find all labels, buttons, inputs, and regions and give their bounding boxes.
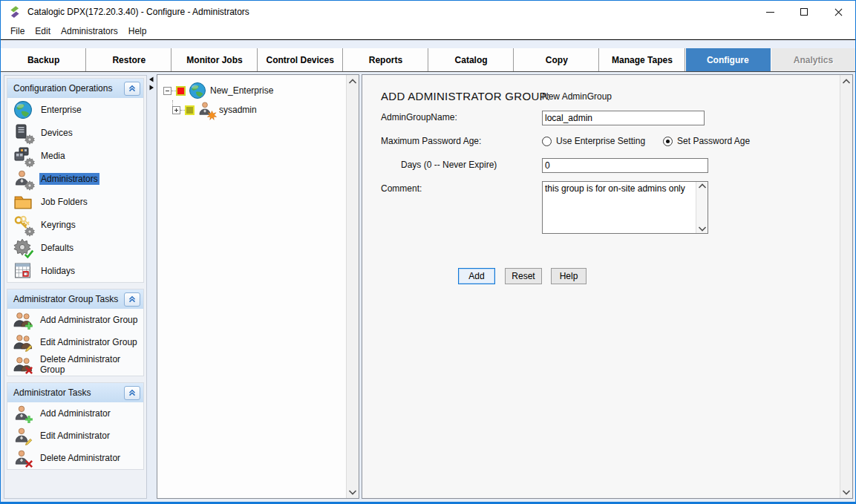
scroll-down-icon[interactable] <box>698 226 707 232</box>
reset-button[interactable]: Reset <box>505 268 542 284</box>
max-password-age-label: Maximum Password Age: <box>381 136 481 146</box>
panel-splitter[interactable] <box>148 75 156 499</box>
globe-icon <box>13 100 33 120</box>
sidebar-item-add-administrator[interactable]: Add Administrator <box>7 402 143 425</box>
group-add-icon <box>13 311 32 329</box>
tab-monitor-jobs[interactable]: Monitor Jobs <box>171 48 257 71</box>
globe-icon <box>189 82 206 99</box>
section-title: Administrator Tasks <box>13 387 91 398</box>
app-window: Catalogic DPX(172.20.3.40) - Configure -… <box>0 0 856 504</box>
section-administrator-tasks: Administrator Tasks Add Administrator Ed… <box>7 382 144 470</box>
sidebar-item-holidays[interactable]: Holidays <box>7 259 143 282</box>
scroll-down-icon[interactable] <box>347 485 359 498</box>
form-buttons: Add Reset Help <box>458 268 587 284</box>
section-title: Configuration Operations <box>13 83 112 94</box>
sidebar-item-label: Job Folders <box>39 196 89 208</box>
chevron-double-up-icon <box>128 84 137 93</box>
menu-file[interactable]: File <box>5 24 30 38</box>
tree-node-sysadmin[interactable]: sysadmin <box>163 100 359 120</box>
sidebar-item-label: Devices <box>39 127 74 139</box>
admin-edit-icon <box>13 427 32 445</box>
admin-group-name-label: AdminGroupName: <box>381 112 457 122</box>
tab-manage-tapes[interactable]: Manage Tapes <box>599 48 685 71</box>
sidebar-item-label: Delete Administrator <box>39 452 122 464</box>
admin-gear-icon <box>13 169 33 189</box>
sidebar-item-devices[interactable]: Devices <box>7 121 143 144</box>
close-icon <box>834 8 843 16</box>
sidebar-item-label: Delete Administrator Group <box>39 353 143 376</box>
scroll-up-icon[interactable] <box>698 183 707 189</box>
section-configuration-operations: Configuration Operations Enterprise Devi… <box>7 78 144 283</box>
sidebar-item-keyrings[interactable]: Keyrings <box>7 213 143 236</box>
content-area: Configuration Operations Enterprise Devi… <box>1 72 855 502</box>
tab-restore[interactable]: Restore <box>86 48 171 71</box>
add-button[interactable]: Add <box>458 268 495 284</box>
scroll-up-icon[interactable] <box>347 75 359 88</box>
maximize-button[interactable] <box>787 1 821 23</box>
minimize-button[interactable] <box>753 1 787 23</box>
tab-control-devices[interactable]: Control Devices <box>258 48 343 71</box>
use-enterprise-setting-label[interactable]: Use Enterprise Setting <box>556 136 645 146</box>
sidebar-item-enterprise[interactable]: Enterprise <box>7 98 143 121</box>
sidebar-item-label: Edit Administrator Group <box>39 336 139 348</box>
close-button[interactable] <box>821 1 855 23</box>
sidebar-item-defaults[interactable]: Defaults <box>7 236 143 259</box>
use-enterprise-setting-radio[interactable] <box>542 137 552 146</box>
tab-catalog[interactable]: Catalog <box>428 48 514 71</box>
sidebar-item-delete-administrator-group[interactable]: Delete Administrator Group <box>7 353 143 376</box>
sidebar-item-label: Edit Administrator <box>39 430 111 442</box>
menu-edit[interactable]: Edit <box>30 24 56 38</box>
tree-node-new-enterprise[interactable]: New_Enterprise <box>163 81 359 100</box>
section-administrator-group-tasks: Administrator Group Tasks Add Administra… <box>7 289 144 376</box>
admin-group-name-input[interactable] <box>542 111 705 125</box>
set-password-age-radio[interactable] <box>663 137 673 146</box>
sidebar-item-add-administrator-group[interactable]: Add Administrator Group <box>7 309 143 331</box>
collapse-section-button[interactable] <box>124 82 140 96</box>
admin-delete-icon <box>13 449 32 467</box>
tree-scrollbar[interactable] <box>346 75 359 498</box>
form-scrollbar[interactable] <box>840 75 852 498</box>
comment-label: Comment: <box>381 183 422 194</box>
maximize-icon <box>800 8 808 16</box>
sidebar: Configuration Operations Enterprise Devi… <box>4 75 147 499</box>
comment-textarea[interactable] <box>543 182 696 233</box>
collapse-left-icon[interactable] <box>148 76 154 82</box>
sidebar-item-edit-administrator[interactable]: Edit Administrator <box>7 425 143 447</box>
menu-help[interactable]: Help <box>123 24 152 38</box>
sidebar-item-edit-administrator-group[interactable]: Edit Administrator Group <box>7 331 143 353</box>
keys-gear-icon <box>13 215 33 235</box>
sidebar-item-media[interactable]: Media <box>7 144 143 167</box>
scroll-down-icon[interactable] <box>840 485 852 498</box>
expand-node-icon[interactable] <box>172 106 180 114</box>
menu-administrators[interactable]: Administrators <box>56 24 123 38</box>
sidebar-item-label: Media <box>39 150 67 162</box>
tab-reports[interactable]: Reports <box>343 48 428 71</box>
collapse-section-button[interactable] <box>124 386 140 400</box>
tab-configure[interactable]: Configure <box>685 48 771 71</box>
tab-copy[interactable]: Copy <box>514 48 599 71</box>
sidebar-item-delete-administrator[interactable]: Delete Administrator <box>7 447 143 469</box>
max-password-age-radio-group: Use Enterprise Setting Set Password Age <box>542 136 763 146</box>
tab-backup[interactable]: Backup <box>1 48 86 71</box>
gear-check-icon <box>13 238 33 258</box>
sidebar-item-job-folders[interactable]: Job Folders <box>7 190 143 213</box>
collapse-node-icon[interactable] <box>163 87 171 95</box>
scroll-up-icon[interactable] <box>840 75 852 88</box>
collapse-section-button[interactable] <box>124 292 140 307</box>
sidebar-item-label: Defaults <box>39 242 75 254</box>
folder-icon <box>13 192 33 212</box>
sidebar-item-administrators[interactable]: Administrators <box>7 167 143 190</box>
days-input[interactable] <box>542 158 708 173</box>
comment-scrollbar[interactable] <box>696 182 708 233</box>
tab-analytics[interactable]: Analytics <box>771 48 855 71</box>
menu-bar: File Edit Administrators Help <box>1 23 855 40</box>
expand-right-icon[interactable] <box>148 85 154 91</box>
comment-field-wrap <box>542 181 708 234</box>
form-heading-value: New AdminGroup <box>542 91 612 102</box>
section-header: Administrator Group Tasks <box>7 289 143 309</box>
group-edit-icon <box>13 333 32 351</box>
set-password-age-label[interactable]: Set Password Age <box>677 136 750 146</box>
sidebar-item-label: Keyrings <box>39 219 77 231</box>
help-button[interactable]: Help <box>551 268 587 284</box>
sidebar-item-label: Administrators <box>39 173 99 185</box>
